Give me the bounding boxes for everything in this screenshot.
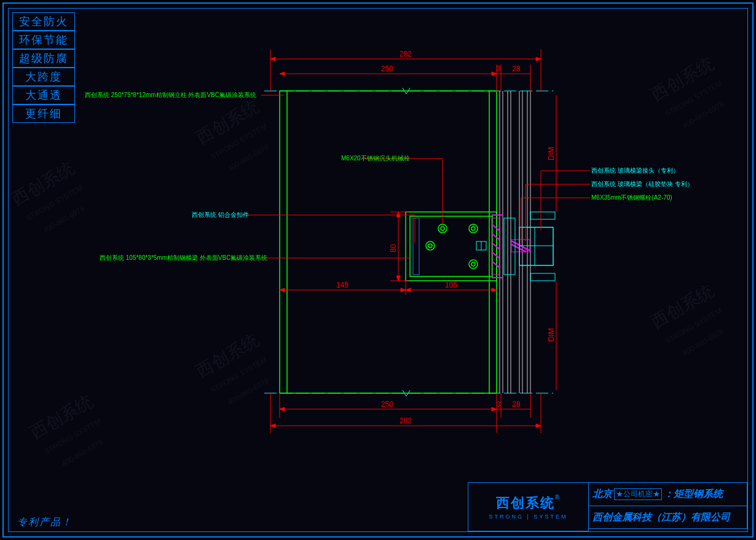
dim-top-gap2: 28 xyxy=(512,65,521,73)
dim-bot-gap2: 28 xyxy=(512,400,521,409)
svg-point-35 xyxy=(469,260,478,268)
svg-rect-2 xyxy=(280,91,497,393)
dim-bot-outer: 282 xyxy=(400,417,412,425)
dim-right-v2: DIM xyxy=(547,328,556,342)
dim-mid-v: 80 xyxy=(389,244,398,252)
dim-bot-gap1: 3 xyxy=(497,400,501,409)
label-mullion: 西创系统 250*75*8*12mm精制钢立柱 外表面VBC氟碳涂装系统 xyxy=(85,92,256,98)
svg-line-20 xyxy=(492,233,499,240)
drawing-canvas: 282 250 3 28 145 105 80 250 282 3 28 DIM… xyxy=(0,0,756,540)
label-bolt-m6x20: M6X20不锈钢沉头机械栓 xyxy=(341,155,410,162)
dim-top-inner: 250 xyxy=(381,65,393,73)
dim-top-gap1: 3 xyxy=(497,65,501,73)
svg-rect-27 xyxy=(504,218,515,275)
svg-point-36 xyxy=(471,262,475,266)
svg-line-19 xyxy=(492,224,499,230)
label-alu-clip: 西创系统 铝合金扣件 xyxy=(192,211,249,218)
label-glass-head: 西创系统 玻璃横梁接头（专利） xyxy=(591,167,679,174)
svg-rect-30 xyxy=(530,273,555,281)
dim-bot-inner: 250 xyxy=(381,400,393,409)
label-bolt-m6x35: M6X35mm不锈钢螺栓(A2-70) xyxy=(591,194,672,201)
label-transom: 西创系统 105*80*3*5mm精制钢横梁 外表面VBC氟碳涂装系统 xyxy=(100,254,267,261)
svg-point-31 xyxy=(438,224,447,233)
svg-line-22 xyxy=(492,252,499,258)
svg-line-21 xyxy=(492,243,499,249)
svg-rect-28 xyxy=(519,227,553,265)
dim-right-v1: DIM xyxy=(547,147,556,160)
svg-rect-14 xyxy=(410,216,492,276)
dim-mid-h1: 145 xyxy=(336,281,348,289)
svg-rect-29 xyxy=(530,212,555,219)
dim-top-outer: 282 xyxy=(400,50,412,58)
svg-point-37 xyxy=(426,241,435,250)
label-glass-gasket: 西创系统 玻璃横梁（硅胶垫块 专利） xyxy=(591,181,693,187)
dim-mid-h2: 105 xyxy=(445,281,457,289)
svg-point-38 xyxy=(428,244,432,248)
svg-point-34 xyxy=(471,227,475,230)
svg-point-32 xyxy=(441,227,444,230)
svg-line-23 xyxy=(492,261,499,267)
svg-point-33 xyxy=(469,224,478,233)
svg-rect-15 xyxy=(413,218,419,275)
